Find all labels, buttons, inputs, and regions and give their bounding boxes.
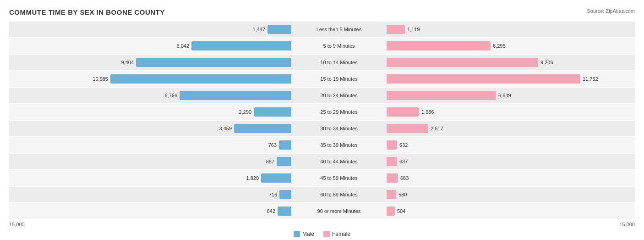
bar-left-container: 10,985 [9, 74, 293, 84]
female-value: 9,206 [540, 60, 561, 65]
female-value: 1,119 [407, 27, 428, 32]
male-value: 887 [254, 159, 274, 164]
male-value: 763 [256, 142, 277, 148]
male-value: 1,447 [245, 27, 265, 32]
row-label: 5 to 9 Minutes [293, 43, 385, 49]
row-label: 60 to 89 Minutes [293, 192, 385, 197]
male-bar [254, 107, 291, 117]
row-label: 30 to 34 Minutes [293, 126, 385, 131]
bar-left-container: 1,447 [9, 25, 293, 34]
bar-left-container: 1,820 [9, 173, 293, 183]
male-value: 3,459 [211, 126, 232, 131]
row-label: Less than 5 Minutes [293, 27, 385, 32]
female-bar [387, 107, 419, 117]
female-value: 11,752 [583, 76, 603, 82]
axis-label-left: 15,000 [9, 222, 276, 227]
male-bar [234, 124, 291, 133]
row-label: 25 to 29 Minutes [293, 109, 385, 115]
female-bar [387, 190, 396, 199]
male-bar [278, 207, 291, 216]
axis-labels: 15,000 15,000 [9, 222, 635, 227]
female-bar [387, 41, 491, 50]
chart-area: 1,447 Less than 5 Minutes 1,119 6,042 5 … [9, 22, 635, 219]
female-value: 6,295 [493, 43, 513, 49]
chart-row: 2,290 25 to 29 Minutes 1,986 [9, 104, 635, 120]
bar-right-container: 632 [385, 140, 644, 150]
female-bar [387, 157, 397, 166]
row-label: 15 to 19 Minutes [293, 76, 385, 82]
bar-right-container: 580 [385, 190, 644, 199]
female-value: 6,639 [498, 93, 519, 98]
male-bar [279, 190, 291, 199]
row-label: 90 or more Minutes [293, 208, 385, 214]
legend-male-label: Male [302, 231, 314, 237]
chart-source: Source: ZipAtlas.com [587, 8, 635, 14]
legend-female-label: Female [332, 231, 350, 237]
bar-left-container: 763 [9, 140, 293, 150]
legend-female: Female [323, 231, 350, 237]
chart-row: 6,042 5 to 9 Minutes 6,295 [9, 38, 635, 54]
male-value: 1,820 [238, 175, 259, 181]
chart-header: COMMUTE TIME BY SEX IN BOONE COUNTY Sour… [9, 8, 635, 16]
male-bar [180, 91, 291, 100]
male-bar [136, 58, 291, 67]
female-bar [387, 207, 395, 216]
chart-row: 10,985 15 to 19 Minutes 11,752 [9, 71, 635, 87]
legend-female-icon [323, 231, 330, 237]
chart-row: 716 60 to 89 Minutes 580 [9, 187, 635, 202]
row-label: 35 to 39 Minutes [293, 142, 385, 148]
male-value: 6,042 [169, 43, 189, 49]
row-label: 40 to 44 Minutes [293, 159, 385, 164]
bar-left-container: 9,404 [9, 58, 293, 67]
bar-left-container: 3,459 [9, 124, 293, 133]
bar-right-container: 2,517 [385, 124, 644, 133]
legend-male: Male [294, 231, 314, 237]
bar-right-container: 11,752 [385, 74, 644, 84]
male-bar [277, 157, 291, 166]
legend: Male Female [9, 231, 635, 237]
chart-row: 1,447 Less than 5 Minutes 1,119 [9, 22, 635, 37]
male-value: 10,985 [87, 76, 108, 82]
male-bar [191, 41, 291, 50]
bar-left-container: 2,290 [9, 107, 293, 117]
female-bar [387, 25, 405, 34]
male-value: 2,290 [231, 109, 251, 115]
female-bar [387, 124, 428, 133]
male-bar [267, 25, 291, 34]
male-bar [279, 140, 291, 150]
female-bar [387, 91, 496, 100]
female-value: 632 [399, 142, 420, 148]
bar-left-container: 6,042 [9, 41, 293, 50]
chart-row: 3,459 30 to 34 Minutes 2,517 [9, 121, 635, 136]
row-label: 20 to 24 Minutes [293, 93, 385, 98]
male-value: 716 [257, 192, 277, 197]
chart-row: 763 35 to 39 Minutes 632 [9, 137, 635, 153]
female-bar [387, 74, 580, 84]
male-bar [261, 173, 291, 183]
bar-right-container: 1,986 [385, 107, 644, 117]
male-value: 9,404 [113, 60, 134, 65]
bar-left-container: 6,766 [9, 91, 293, 100]
chart-row: 6,766 20 to 24 Minutes 6,639 [9, 88, 635, 103]
bar-right-container: 1,119 [385, 25, 644, 34]
row-label: 10 to 14 Minutes [293, 60, 385, 65]
female-bar [387, 140, 397, 150]
bar-left-container: 842 [9, 207, 293, 216]
row-label: 45 to 59 Minutes [293, 175, 385, 181]
male-value: 6,766 [157, 93, 177, 98]
female-value: 580 [398, 192, 419, 197]
chart-row: 887 40 to 44 Minutes 637 [9, 154, 635, 169]
female-value: 1,986 [421, 109, 442, 115]
male-bar [110, 74, 291, 84]
female-bar [387, 173, 398, 183]
bar-left-container: 887 [9, 157, 293, 166]
bar-right-container: 637 [385, 157, 644, 166]
female-value: 683 [400, 175, 421, 181]
bar-right-container: 504 [385, 207, 644, 216]
bar-right-container: 9,206 [385, 58, 644, 67]
female-value: 504 [397, 208, 418, 214]
bar-right-container: 6,639 [385, 91, 644, 100]
chart-row: 9,404 10 to 14 Minutes 9,206 [9, 55, 635, 70]
bar-right-container: 6,295 [385, 41, 644, 50]
female-value: 2,517 [431, 126, 451, 131]
